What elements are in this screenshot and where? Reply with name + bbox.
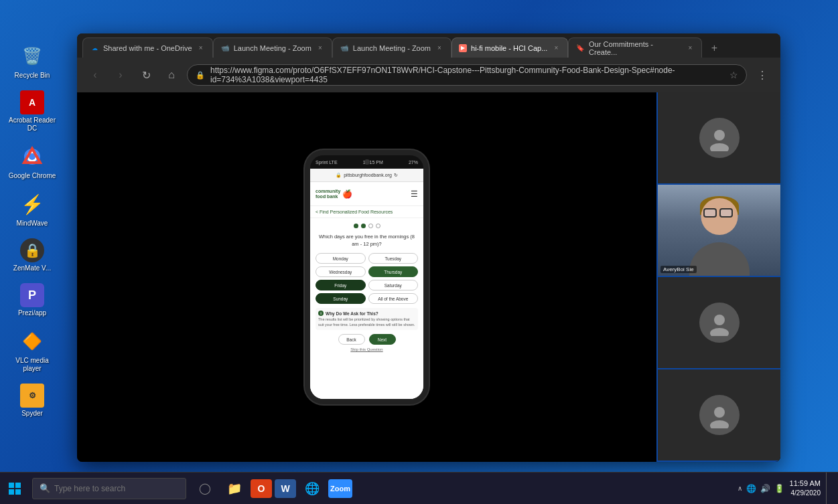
commitments-favicon: 🔖 (575, 44, 585, 53)
reload-button[interactable]: ↻ (136, 65, 156, 85)
onedrive-favicon: ☁ (90, 44, 99, 53)
new-tab-button[interactable]: + (705, 39, 723, 58)
volume-icon[interactable]: 🔊 (760, 484, 770, 493)
word-button[interactable]: W (275, 479, 296, 498)
network-icon[interactable]: 🌐 (746, 484, 756, 493)
forward-button[interactable]: › (111, 65, 131, 85)
logo-container: community food bank 🍎 (316, 189, 352, 199)
start-button[interactable] (0, 473, 29, 505)
why-title: i Why Do We Ask for This? (318, 311, 415, 316)
phone-camera (364, 159, 370, 165)
desktop-icon-spyder[interactable]: ⚙ Spyder (5, 381, 59, 420)
tab-commitments-label: Our Commitments - Create... (589, 40, 682, 56)
clock-date: 4/29/2020 (790, 489, 821, 498)
svg-point-5 (714, 315, 725, 325)
task-view-button[interactable]: ◯ (192, 475, 218, 502)
file-explorer-button[interactable]: 📁 (221, 475, 248, 502)
browser-content: Sprint LTE 12:15 PM 27% 🔒 pittsburghfood… (77, 92, 780, 462)
participant-name-label: AveryBoi Sie (660, 266, 697, 273)
home-button[interactable]: ⌂ (161, 65, 182, 85)
zenmate-icon: 🔒 (20, 238, 44, 262)
glass-lens-left (703, 208, 717, 218)
day-tuesday[interactable]: Tuesday (368, 253, 419, 264)
day-saturday[interactable]: Saturday (368, 280, 419, 290)
app-url-text: pittsburghfoodbank.org (344, 173, 392, 177)
search-input[interactable] (54, 484, 175, 493)
tab-zoom1-label: Launch Meeting - Zoom (234, 44, 311, 52)
desktop-icon-chrome[interactable]: Google Chrome (5, 141, 59, 183)
tab-figma-label: hi-fi mobile - HCI Cap... (471, 44, 547, 52)
why-text: The results list will be prioritized by … (318, 317, 415, 327)
participant-avatar-1 (699, 118, 740, 158)
hamburger-menu-icon[interactable]: ☰ (411, 189, 418, 199)
desktop-icon-acrobat[interactable]: A Acrobat Reader DC (5, 88, 59, 135)
acrobat-icon: A (20, 90, 44, 114)
browser-tabs: ☁ Shared with me - OneDrive × 📹 Launch M… (77, 33, 780, 58)
day-friday[interactable]: Friday (316, 280, 366, 290)
bookmark-icon[interactable]: ☆ (729, 70, 738, 80)
participants-sidebar: AveryBoi Sie (656, 92, 780, 462)
vlc-label: VLC media player (8, 357, 56, 373)
windows-icon (9, 483, 21, 495)
recycle-bin-icon: 🗑️ (19, 43, 46, 70)
back-button[interactable]: ‹ (85, 65, 105, 85)
tab-commitments-close[interactable]: × (686, 44, 695, 53)
lock-icon: 🔒 (196, 71, 205, 80)
edge-button[interactable]: 🌐 (299, 475, 326, 502)
tab-figma-close[interactable]: × (551, 44, 561, 53)
tab-onedrive-close[interactable]: × (196, 44, 206, 53)
person-glasses (703, 208, 736, 218)
desktop-icon-recycle-bin[interactable]: 🗑️ Recycle Bin (5, 40, 59, 82)
app-content: Which days are you free in the mornings … (310, 218, 423, 399)
svg-point-7 (714, 407, 725, 418)
figma-favicon: ▶ (459, 44, 467, 52)
day-monday[interactable]: Monday (316, 253, 366, 264)
day-thursday[interactable]: Thursday (368, 266, 419, 277)
desktop-icon-prezi[interactable]: P Prezi/app (5, 280, 59, 320)
day-buttons-grid: Monday Tuesday Wednesday Thursday (316, 253, 418, 304)
logo-apple-icon: 🍎 (342, 189, 352, 199)
tab-zoom1-close[interactable]: × (316, 44, 325, 53)
dot-2 (361, 224, 366, 228)
desktop-icon-mindwave[interactable]: ⚡ MindWave (5, 188, 59, 230)
address-bar[interactable]: 🔒 https://www.figma.com/proto/O6FfSX7EFF… (187, 64, 747, 86)
zoom-button[interactable]: Zoom (328, 479, 352, 498)
extensions-button[interactable]: ⋮ (752, 65, 772, 85)
show-desktop-button[interactable] (826, 473, 830, 505)
day-all[interactable]: All of the Above (368, 293, 419, 304)
zoom2-favicon: 📹 (340, 44, 349, 53)
tab-zoom2[interactable]: 📹 Launch Meeting - Zoom × (332, 37, 451, 58)
app-url-bar: 🔒 pittsburghfoodbank.org ↻ (310, 169, 423, 182)
phone-screen: 🔒 pittsburghfoodbank.org ↻ community foo… (310, 169, 423, 399)
mindwave-label: MindWave (17, 220, 48, 228)
day-wednesday[interactable]: Wednesday (316, 266, 366, 277)
day-sunday[interactable]: Sunday (316, 293, 366, 304)
desktop-icons-container: 🗑️ Recycle Bin A Acrobat Reader DC Googl… (5, 40, 59, 420)
tab-commitments[interactable]: 🔖 Our Commitments - Create... × (568, 37, 702, 58)
chevron-up-icon[interactable]: ∧ (738, 485, 742, 492)
participant-tile-4 (658, 369, 780, 462)
tab-zoom1[interactable]: 📹 Launch Meeting - Zoom × (213, 37, 332, 58)
back-button-phone[interactable]: Back (338, 334, 365, 345)
tab-figma[interactable]: ▶ hi-fi mobile - HCI Cap... × (451, 37, 568, 58)
tab-onedrive[interactable]: ☁ Shared with me - OneDrive × (82, 37, 213, 58)
office-button[interactable]: O (251, 479, 272, 498)
svg-point-6 (710, 328, 729, 336)
carrier-text: Sprint LTE (316, 160, 338, 165)
taskbar-search-box[interactable]: 🔍 (32, 478, 186, 499)
desktop-icon-zenmate[interactable]: 🔒 ZenMate V... (5, 236, 59, 275)
participant-avatar-4 (699, 395, 740, 435)
person-body (689, 242, 750, 276)
lock-small-icon: 🔒 (336, 173, 342, 178)
info-icon: i (318, 311, 324, 316)
desktop-icon-vlc[interactable]: 🔶 VLC media player (5, 325, 59, 375)
logo-community: community (316, 189, 340, 194)
tab-zoom2-close[interactable]: × (435, 44, 444, 53)
next-button-phone[interactable]: Next (369, 334, 396, 345)
back-navigation[interactable]: < Find Personalized Food Resources (310, 206, 423, 218)
reload-small-icon[interactable]: ↻ (394, 173, 398, 178)
app-header: community food bank 🍎 ☰ (310, 182, 423, 206)
taskbar-clock[interactable]: 11:59 AM 4/29/2020 (790, 479, 821, 498)
skip-question-link[interactable]: Skip this Question (316, 347, 418, 351)
spyder-icon: ⚙ (20, 384, 44, 408)
